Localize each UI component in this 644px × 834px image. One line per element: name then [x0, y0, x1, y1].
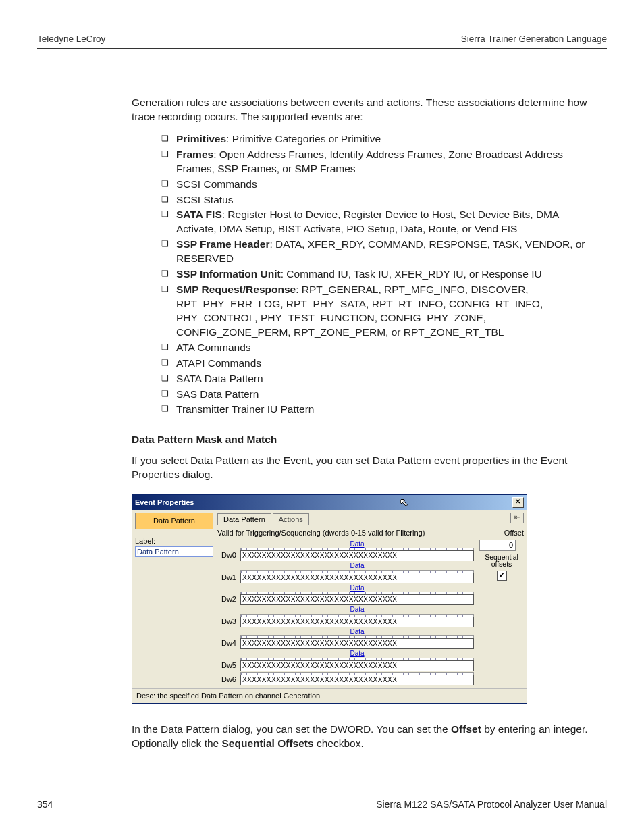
sequential-offsets-checkbox[interactable]: ✔	[497, 571, 507, 581]
cursor-icon: ↖	[400, 496, 408, 509]
data-link[interactable]: Data	[240, 540, 474, 549]
dword-row: Dw0 Data XXXXXXXXXXXXXXXXXXXXXXXXXXXXXXX…	[217, 540, 474, 562]
event-list: Primitives: Primitive Categories or Prim…	[132, 132, 600, 417]
dword-row: Dw1 Data XXXXXXXXXXXXXXXXXXXXXXXXXXXXXXX…	[217, 561, 474, 583]
data-link[interactable]: Data	[240, 627, 474, 637]
dword-label: Dw6	[217, 675, 236, 685]
close-button[interactable]: ✕	[512, 497, 524, 508]
dword-input[interactable]: XXXXXXXXXXXXXXXXXXXXXXXXXXXXXXXX	[240, 550, 474, 561]
dword-label: Dw5	[217, 660, 236, 671]
dword-row: Dw3 Data XXXXXXXXXXXXXXXXXXXXXXXXXXXXXXX…	[217, 605, 474, 627]
dword-row: Dw4 Data XXXXXXXXXXXXXXXXXXXXXXXXXXXXXXX…	[217, 627, 474, 650]
valid-text: Valid for Triggering/Sequencing (dwords …	[217, 528, 425, 538]
list-item: SATA Data Pattern	[161, 372, 600, 386]
closing-paragraph: In the Data Pattern dialog, you can set …	[132, 723, 600, 751]
list-item: SATA FIS: Register Host to Device, Regis…	[161, 208, 600, 236]
offset-spinner[interactable]	[516, 540, 524, 552]
list-item: ATA Commands	[161, 341, 600, 355]
header-right: Sierra Trainer Generation Language	[461, 34, 607, 44]
category-box[interactable]: Data Pattern	[135, 513, 213, 529]
pin-button[interactable]: ⇤	[510, 513, 524, 523]
dword-row: Dw5 Data XXXXXXXXXXXXXXXXXXXXXXXXXXXXXXX…	[217, 649, 474, 671]
manual-title: Sierra M122 SAS/SATA Protocol Analyzer U…	[376, 799, 607, 810]
dialog-title: Event Properties	[135, 498, 194, 508]
offset-label: Offset	[504, 528, 524, 538]
list-item: SCSI Status	[161, 193, 600, 207]
dword-row: Dw2 Data XXXXXXXXXXXXXXXXXXXXXXXXXXXXXXX…	[217, 583, 474, 606]
page-number: 354	[37, 799, 53, 810]
list-item: SCSI Commands	[161, 178, 600, 192]
dword-label: Dw0	[217, 550, 236, 561]
list-item: Primitives: Primitive Categories or Prim…	[161, 132, 600, 147]
data-link[interactable]: Data	[240, 605, 474, 615]
data-link[interactable]: Data	[240, 649, 474, 658]
section-paragraph: If you select Data Pattern as the Event,…	[132, 454, 600, 482]
list-item: SSP Information Unit: Command IU, Task I…	[161, 267, 600, 282]
label-caption: Label:	[135, 536, 213, 546]
list-item: Transmitter Trainer IU Pattern	[161, 402, 600, 417]
dword-input[interactable]: XXXXXXXXXXXXXXXXXXXXXXXXXXXXXXXX	[240, 675, 474, 685]
offset-input[interactable]	[479, 540, 516, 551]
header-left: Teledyne LeCroy	[37, 34, 105, 44]
dialog-description: Desc: the specified Data Pattern on chan…	[132, 688, 527, 703]
dword-input[interactable]: XXXXXXXXXXXXXXXXXXXXXXXXXXXXXXXX	[240, 617, 474, 627]
intro-paragraph: Generation rules are associations betwee…	[132, 96, 600, 124]
section-heading: Data Pattern Mask and Match	[132, 433, 600, 447]
tab-actions[interactable]: Actions	[273, 513, 309, 525]
list-item: ATAPI Commands	[161, 357, 600, 371]
dword-input[interactable]: XXXXXXXXXXXXXXXXXXXXXXXXXXXXXXXX	[240, 594, 474, 605]
list-item: SSP Frame Header: DATA, XFER_RDY, COMMAN…	[161, 238, 600, 266]
dword-input[interactable]: XXXXXXXXXXXXXXXXXXXXXXXXXXXXXXXX	[240, 573, 474, 583]
label-input[interactable]	[135, 546, 213, 557]
dword-label: Dw4	[217, 638, 236, 649]
page-header: Teledyne LeCroy Sierra Trainer Generatio…	[37, 34, 607, 48]
dword-input[interactable]: XXXXXXXXXXXXXXXXXXXXXXXXXXXXXXXX	[240, 660, 474, 671]
list-item: Frames: Open Address Frames, Identify Ad…	[161, 148, 600, 176]
dialog-titlebar[interactable]: Event Properties ↖ ✕	[132, 495, 527, 510]
dword-label: Dw1	[217, 573, 236, 583]
dword-input[interactable]: XXXXXXXXXXXXXXXXXXXXXXXXXXXXXXXX	[240, 638, 474, 649]
list-item: SAS Data Pattern	[161, 388, 600, 402]
sequential-offsets-label: Sequential offsets	[479, 554, 524, 568]
dword-row: Dw6 XXXXXXXXXXXXXXXXXXXXXXXXXXXXXXXX	[217, 671, 474, 685]
header-rule	[37, 48, 607, 49]
event-properties-dialog: Event Properties ↖ ✕ Data Pattern Label:…	[132, 494, 527, 704]
data-link[interactable]: Data	[240, 561, 474, 571]
dword-label: Dw3	[217, 617, 236, 627]
dword-list: Dw0 Data XXXXXXXXXXXXXXXXXXXXXXXXXXXXXXX…	[217, 540, 474, 685]
tab-data-pattern[interactable]: Data Pattern	[217, 513, 271, 525]
page-footer: 354 Sierra M122 SAS/SATA Protocol Analyz…	[37, 799, 607, 810]
tab-row: Data Pattern Actions	[217, 513, 524, 525]
list-item: SMP Request/Response: RPT_GENERAL, RPT_M…	[161, 283, 600, 340]
data-link[interactable]: Data	[240, 583, 474, 593]
dword-label: Dw2	[217, 594, 236, 605]
